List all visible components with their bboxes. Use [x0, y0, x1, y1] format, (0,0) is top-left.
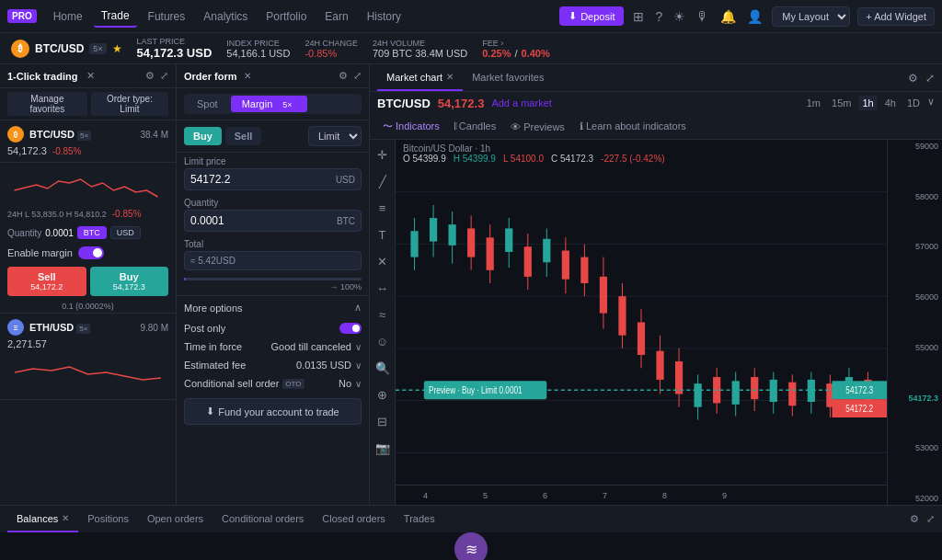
buy-button[interactable]: Buy 54,172.3 — [90, 267, 169, 296]
quantity-input[interactable] — [190, 214, 337, 227]
candles-button[interactable]: 𝄃 Candles — [449, 118, 501, 135]
nav-portfolio[interactable]: Portfolio — [258, 6, 314, 27]
nav-earn[interactable]: Earn — [317, 6, 355, 27]
expand-icon[interactable]: ⤢ — [160, 70, 168, 82]
one-click-trading-panel: 1-Click trading ✕ ⚙ ⤢ Manage favorites O… — [0, 64, 177, 505]
open-orders-tab[interactable]: Open orders — [138, 506, 213, 532]
conditional-orders-tab[interactable]: Conditional orders — [213, 506, 313, 532]
bottom-expand-icon[interactable]: ⤢ — [926, 513, 935, 525]
manage-favorites-button[interactable]: Manage favorites — [7, 92, 87, 116]
btc-currency-button[interactable]: BTC — [77, 226, 107, 239]
ohlc-change: -227.5 (-0.42%) — [601, 154, 664, 164]
horizontal-line-icon[interactable]: ≡ — [376, 199, 389, 218]
order-buy-button[interactable]: Buy — [184, 127, 222, 145]
main-chart-area: Bitcoin/US Dollar · 1h O 54399.9 H 54399… — [396, 140, 887, 505]
more-options-row[interactable]: More options ∧ — [177, 295, 369, 319]
magnet-icon[interactable]: ⊕ — [374, 385, 390, 405]
grid-icon[interactable]: ⊞ — [631, 7, 646, 26]
ohlc-values: O 54399.9 H 54399.9 L 54100.0 C 54172.3 … — [403, 154, 665, 164]
svg-rect-29 — [618, 296, 626, 336]
slider-track[interactable] — [184, 278, 362, 280]
limit-price-input[interactable] — [190, 173, 336, 186]
order-expand-icon[interactable]: ⤢ — [353, 70, 362, 82]
chart-expand-icon[interactable]: ⤢ — [925, 72, 935, 85]
market-chart-tab[interactable]: Market chart ✕ — [377, 64, 463, 91]
favorite-star[interactable]: ★ — [112, 42, 122, 55]
price-56000: 56000 — [891, 292, 938, 302]
conditional-sell-chevron[interactable]: ∨ — [355, 379, 362, 389]
limit-price-input-row[interactable]: USD — [184, 168, 362, 190]
order-form-close[interactable]: ✕ — [244, 71, 251, 81]
post-only-toggle[interactable] — [339, 323, 362, 334]
one-click-close[interactable]: ✕ — [86, 70, 95, 82]
eth-coin-item[interactable]: Ξ ETH/USD 5× 9.80 M 2,271.57 — [0, 313, 176, 400]
quantity-input-row[interactable]: BTC — [184, 210, 362, 232]
tf-4h[interactable]: 4h — [881, 96, 900, 110]
total-currency: USD — [216, 256, 236, 266]
learn-button[interactable]: ℹ Learn about indicators — [574, 118, 692, 135]
layout-select[interactable]: My Layout — [772, 6, 850, 27]
user-icon[interactable]: 👤 — [745, 7, 764, 26]
chart-settings-icon[interactable]: ⚙ — [908, 72, 918, 85]
order-type-button[interactable]: Order type: Limit — [91, 92, 168, 116]
btc-coin-item[interactable]: ₿ BTC/USD 5× 38.4 M 54,172.3 -0.85% — [0, 120, 176, 163]
trend-line-icon[interactable]: ╱ — [376, 172, 389, 191]
add-widget-button[interactable]: + Add Widget — [857, 7, 935, 26]
camera-icon[interactable]: 📷 — [373, 439, 393, 458]
chart-body: ✛ ╱ ≡ T ✕ ↔ ≈ ☺ 🔍 ⊕ ⊟ 📷 Bitcoin/US Dolla… — [370, 140, 942, 505]
top-nav: PRO Home Trade Futures Analytics Portfol… — [0, 0, 942, 33]
change-24h-section: 24H CHANGE -0.85% — [304, 39, 358, 59]
tf-1d[interactable]: 1D — [903, 96, 924, 110]
margin-tab[interactable]: Margin 5× — [231, 96, 307, 112]
sound-icon[interactable]: 🎙 — [695, 7, 711, 26]
emoji-icon[interactable]: ☺ — [373, 332, 391, 351]
ticker-symbol[interactable]: ₿ BTC/USD 5× ★ — [11, 40, 122, 58]
tf-1m[interactable]: 1m — [803, 96, 824, 110]
time-in-force-chevron[interactable]: ∨ — [355, 342, 362, 352]
fund-account-button[interactable]: ⬇ Fund your account to trade — [184, 398, 362, 425]
estimated-fee-chevron[interactable]: ∨ — [355, 360, 362, 371]
measure-icon[interactable]: ↔ — [373, 279, 391, 298]
order-type-select[interactable]: Limit — [308, 126, 362, 146]
volume-24h-value: 709 BTC 38.4M USD — [373, 48, 467, 59]
nav-futures[interactable]: Futures — [141, 6, 193, 27]
usd-currency-button[interactable]: USD — [110, 226, 141, 239]
nav-home[interactable]: Home — [46, 6, 90, 27]
text-tool-icon[interactable]: T — [376, 225, 389, 245]
balances-tab-close[interactable]: ✕ — [62, 513, 69, 523]
shapes-icon[interactable]: ✕ — [374, 252, 390, 271]
settings-icon[interactable]: ⚙ — [145, 70, 155, 82]
order-sell-button[interactable]: Sell — [225, 127, 262, 145]
closed-orders-tab[interactable]: Closed orders — [313, 506, 394, 532]
enable-margin-toggle[interactable] — [78, 246, 104, 259]
nav-history[interactable]: History — [360, 6, 408, 27]
trades-tab[interactable]: Trades — [395, 506, 444, 532]
lock-icon[interactable]: ⊟ — [374, 412, 390, 431]
order-settings-icon[interactable]: ⚙ — [339, 70, 348, 82]
market-chart-close[interactable]: ✕ — [446, 72, 454, 82]
spot-tab[interactable]: Spot — [186, 96, 229, 112]
nav-analytics[interactable]: Analytics — [196, 6, 255, 27]
fibonacci-icon[interactable]: ≈ — [376, 305, 388, 325]
zoom-in-icon[interactable]: 🔍 — [373, 359, 393, 378]
nav-trade[interactable]: Trade — [94, 6, 137, 28]
positions-tab[interactable]: Positions — [78, 506, 138, 532]
timeframe-dropdown[interactable]: ∨ — [927, 96, 935, 110]
sell-buy-row: Sell 54,172.2 Buy 54,172.3 — [0, 263, 176, 300]
help-icon[interactable]: ? — [653, 7, 664, 26]
add-market-button[interactable]: Add a market — [491, 97, 551, 109]
indicators-button[interactable]: 〜 Indicators — [377, 118, 445, 135]
market-favorites-tab[interactable]: Market favorites — [463, 64, 553, 91]
theme-icon[interactable]: ☀ — [672, 7, 687, 26]
index-price-label: INDEX PRICE — [226, 39, 290, 48]
tf-15m[interactable]: 15m — [828, 96, 855, 110]
tf-1h[interactable]: 1h — [858, 96, 877, 110]
bell-icon[interactable]: 🔔 — [718, 7, 738, 26]
deposit-button[interactable]: ⬇ Deposit — [559, 6, 624, 26]
bottom-settings-icon[interactable]: ⚙ — [910, 513, 919, 525]
previews-button[interactable]: 👁 Previews — [505, 118, 570, 135]
crosshair-icon[interactable]: ✛ — [374, 145, 390, 165]
sell-button[interactable]: Sell 54,172.2 — [7, 267, 86, 296]
balances-tab[interactable]: Balances ✕ — [7, 506, 78, 532]
fee-section[interactable]: FEE › 0.25% / 0.40% — [482, 39, 549, 59]
